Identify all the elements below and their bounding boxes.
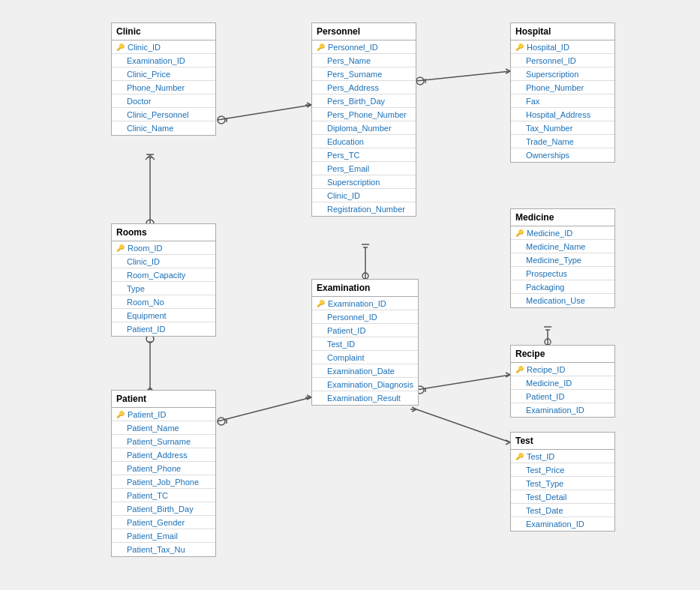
field-examination-examination_result: Examination_Result (327, 394, 401, 403)
svg-point-13 (416, 77, 424, 85)
table-row: Pers_Name (312, 54, 416, 67)
field-personnel-pers_phone_number: Pers_Phone_Number (327, 110, 407, 119)
field-rooms-room_id: Room_ID (128, 244, 162, 253)
table-row: Pers_Email (312, 162, 416, 175)
field-rooms-clinic_id: Clinic_ID (127, 257, 160, 266)
pk-key-icon: 🔑 (515, 366, 524, 373)
field-test-test_price: Test_Price (526, 466, 564, 475)
table-row: Examination_Date (312, 364, 418, 378)
field-hospital-superscription: Superscription (526, 70, 578, 79)
table-row: Medicine_Type (511, 253, 614, 267)
table-title-recipe: Recipe (511, 346, 614, 363)
pk-key-icon: 🔑 (116, 43, 125, 51)
svg-line-28 (218, 397, 311, 421)
svg-line-39 (416, 409, 510, 442)
table-row: Examination_Result (312, 391, 418, 405)
svg-line-42 (412, 407, 416, 409)
table-row: Complaint (312, 351, 418, 364)
field-clinic-doctor: Doctor (127, 97, 151, 106)
field-recipe-examination_id: Examination_ID (526, 406, 584, 415)
field-recipe-recipe_id: Recipe_ID (527, 365, 565, 374)
field-patient-patient_birth_day: Patient_Birth_Day (127, 505, 194, 514)
table-row: Examination_Diagnosis (312, 378, 418, 391)
table-row: Phone_Number (112, 81, 215, 94)
field-personnel-personnel_id: Personnel_ID (328, 43, 378, 52)
table-row: 🔑Clinic_ID (112, 40, 215, 54)
table-row: Medicine_Name (511, 240, 614, 253)
field-rooms-patient_id: Patient_ID (127, 325, 165, 334)
table-row: 🔑Recipe_ID (511, 363, 614, 376)
field-examination-test_id: Test_ID (327, 340, 355, 349)
field-personnel-diploma_number: Diploma_Number (327, 124, 392, 133)
field-examination-examination_id: Examination_ID (328, 299, 386, 308)
table-row: Pers_Address (312, 81, 416, 94)
table-row: 🔑Room_ID (112, 241, 215, 255)
pk-key-icon: 🔑 (515, 43, 524, 51)
field-clinic-clinic_name: Clinic_Name (127, 124, 173, 133)
svg-point-29 (218, 418, 225, 425)
table-row: Patient_Address (112, 448, 215, 462)
field-hospital-personnel_id: Personnel_ID (526, 56, 576, 65)
field-clinic-clinic_id: Clinic_ID (128, 43, 161, 52)
table-row: 🔑Test_ID (511, 450, 614, 463)
field-rooms-room_no: Room_No (127, 298, 164, 307)
field-patient-patient_gender: Patient_Gender (127, 518, 185, 527)
svg-line-4 (146, 155, 150, 160)
erd-canvas: Clinic🔑Clinic_IDExamination_IDClinic_Pri… (0, 0, 700, 590)
field-examination-patient_id: Patient_ID (327, 326, 365, 335)
table-row: 🔑Examination_ID (312, 297, 418, 310)
pk-key-icon: 🔑 (317, 300, 325, 307)
field-test-examination_id: Examination_ID (526, 520, 584, 529)
table-row: Examination_ID (511, 403, 614, 417)
field-rooms-room_capacity: Room_Capacity (127, 271, 185, 280)
field-medicine-medicine_type: Medicine_Type (526, 256, 581, 265)
field-personnel-pers_surname: Pers_Surname (327, 70, 382, 79)
field-hospital-hospital_id: Hospital_ID (527, 43, 569, 52)
table-row: Clinic_Personnel (112, 108, 215, 121)
table-examination: Examination🔑Examination_IDPersonnel_IDPa… (311, 279, 419, 406)
table-row: Tax_Number (511, 121, 614, 135)
field-hospital-fax: Fax (526, 97, 539, 106)
table-row: Patient_Surname (112, 435, 215, 448)
table-row: Room_No (112, 295, 215, 309)
field-patient-patient_tc: Patient_TC (127, 491, 168, 500)
field-hospital-tax_number: Tax_Number (526, 124, 572, 133)
table-recipe: Recipe🔑Recipe_IDMedicine_IDPatient_IDExa… (510, 345, 615, 418)
field-patient-patient_id: Patient_ID (128, 410, 166, 419)
svg-line-5 (150, 155, 155, 160)
table-row: Patient_Birth_Day (112, 502, 215, 516)
table-medicine: Medicine🔑Medicine_IDMedicine_NameMedicin… (510, 208, 615, 308)
table-row: Clinic_ID (112, 255, 215, 268)
table-title-rooms: Rooms (112, 224, 215, 241)
svg-line-34 (416, 375, 510, 390)
table-row: Equipment (112, 309, 215, 322)
table-row: Patient_TC (112, 489, 215, 502)
field-personnel-pers_name: Pers_Name (327, 56, 371, 65)
table-row: Patient_Email (112, 529, 215, 543)
table-row: Packaging (511, 280, 614, 294)
svg-line-12 (416, 71, 510, 81)
field-test-test_detail: Test_Detail (526, 493, 566, 502)
table-row: Patient_Tax_Nu (112, 543, 215, 556)
pk-key-icon: 🔑 (116, 244, 125, 252)
field-clinic-examination_id: Examination_ID (127, 56, 185, 65)
pk-key-icon: 🔑 (317, 43, 325, 51)
field-personnel-pers_address: Pers_Address (327, 83, 379, 92)
table-row: Ownerships (511, 148, 614, 162)
table-row: Personnel_ID (312, 310, 418, 324)
field-medicine-medication_use: Medication_Use (526, 296, 585, 305)
field-rooms-equipment: Equipment (127, 311, 167, 320)
table-row: Clinic_ID (312, 189, 416, 202)
table-clinic: Clinic🔑Clinic_IDExamination_IDClinic_Pri… (111, 22, 216, 136)
field-patient-patient_job_phone: Patient_Job_Phone (127, 478, 199, 487)
table-patient: Patient🔑Patient_IDPatient_NamePatient_Su… (111, 390, 216, 557)
field-medicine-medicine_id: Medicine_ID (527, 229, 572, 238)
field-test-test_date: Test_Date (526, 506, 563, 515)
field-examination-examination_date: Examination_Date (327, 367, 395, 376)
table-row: Superscription (312, 175, 416, 189)
table-row: Registration_Number (312, 202, 416, 216)
svg-point-7 (218, 116, 225, 124)
table-row: Test_ID (312, 337, 418, 351)
table-rooms: Rooms🔑Room_IDClinic_IDRoom_CapacityTypeR… (111, 223, 216, 337)
svg-point-20 (362, 273, 368, 279)
